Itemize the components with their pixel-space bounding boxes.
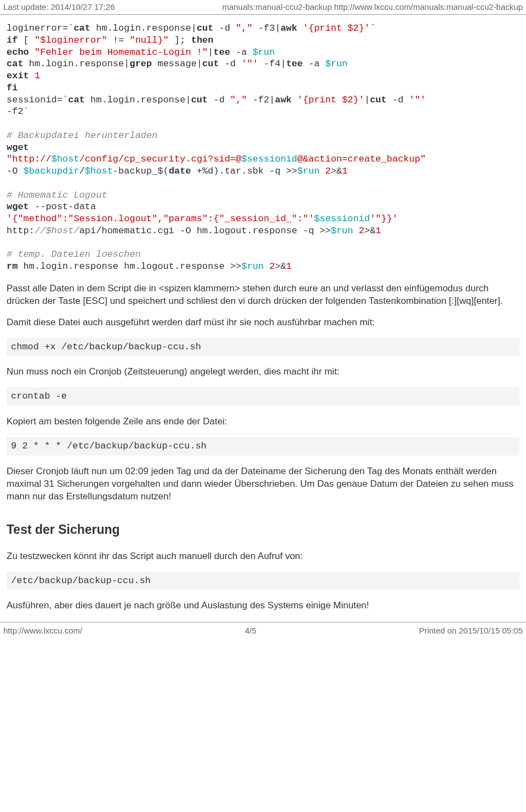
page-body: loginerror=`cat hm.login.response|cut -d… [0,15,526,612]
header-last-update: Last update: 2014/10/27 17:26 [3,1,115,13]
section-heading-test: Test der Sicherung [7,521,519,538]
paragraph-script-note: Passt alle Daten in dem Script die in <s… [7,283,519,308]
cmd-crontab: crontab -e [7,387,519,406]
page-footer: http://www.lxccu.com/ 4/5 Printed on 201… [0,622,526,637]
paragraph-cron-intro: Nun muss noch ein Cronjob (Zeitsteuerung… [7,366,519,378]
script-block: loginerror=`cat hm.login.response|cut -d… [7,22,519,273]
footer-page-number: 4/5 [245,625,256,636]
paragraph-cronline-intro: Kopiert am besten folgende Zeile ans end… [7,416,519,428]
footer-url: http://www.lxccu.com/ [3,625,82,636]
paragraph-cron-explain: Dieser Cronjob läuft nun um 02:09 jeden … [7,465,519,503]
paragraph-test-note: Ausführen, aber dies dauert je nach größ… [7,600,519,612]
paragraph-chmod-intro: Damit diese Datei auch ausgeführt werden… [7,316,519,329]
cmd-chmod: chmod +x /etc/backup/backup-ccu.sh [7,338,519,356]
footer-print-date: Printed on 2015/10/15 05:05 [419,625,523,636]
header-breadcrumb: manuals:manual-ccu2-backup http://www.lx… [222,1,523,13]
cmd-cronline: 9 2 * * * /etc/backup/backup-ccu.sh [7,437,519,456]
page-header: Last update: 2014/10/27 17:26 manuals:ma… [0,0,526,15]
paragraph-test-intro: Zu testzwecken könnt ihr das Script auch… [7,550,519,563]
cmd-run-script: /etc/backup/backup-ccu.sh [7,572,519,590]
